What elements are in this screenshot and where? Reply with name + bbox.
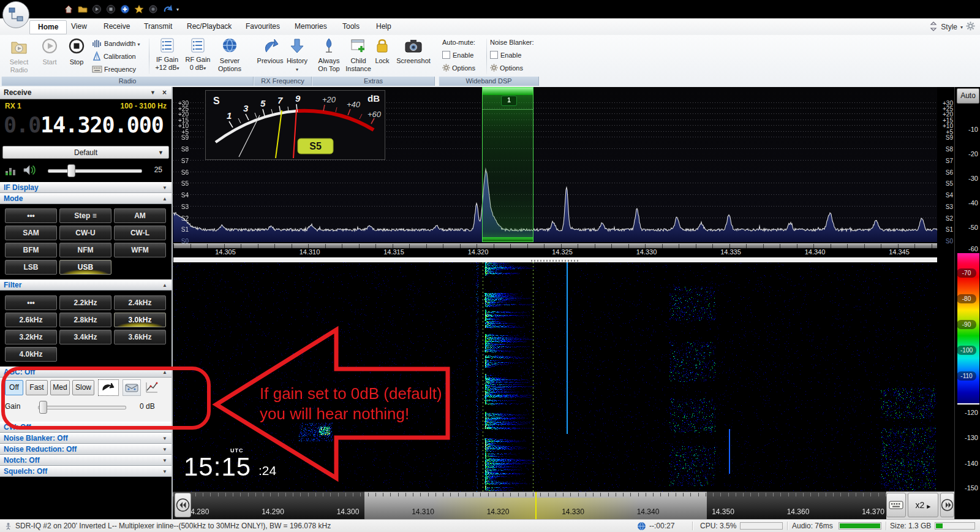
if-gain-dropdown-icon: ▾ (177, 66, 179, 71)
checkbox-icon[interactable] (490, 51, 498, 59)
tab-tools[interactable]: Tools (334, 20, 368, 33)
filter-button-3.4kHz[interactable]: 3.4kHz (59, 330, 111, 344)
nav-zoom-button[interactable]: x2 ▶ (908, 493, 938, 517)
mode-button-Step[interactable]: Step ≡ (59, 208, 111, 223)
server-options-button[interactable]: Server Options (214, 37, 245, 73)
mode-button-[interactable]: ••• (5, 208, 57, 223)
child-instance-button[interactable]: Child Instance (343, 37, 374, 73)
section-if-display[interactable]: IF Display▼ (0, 182, 172, 193)
tab-home[interactable]: Home (29, 20, 67, 34)
always-on-top-button[interactable]: Always On Top (314, 37, 344, 73)
globe-icon (637, 522, 646, 532)
section-squelch[interactable]: Squelch: Off▼ (0, 466, 172, 477)
tab-help[interactable]: Help (368, 20, 399, 33)
filter-button-2.4kHz[interactable]: 2.4kHz (114, 295, 166, 310)
filter-button-2.2kHz[interactable]: 2.2kHz (59, 295, 111, 310)
if-gain-button[interactable]: IF Gain +12 dB▾ (152, 37, 183, 72)
style-dropdown-icon[interactable]: ▾ (960, 25, 963, 30)
filter-button-4.0kHz[interactable]: 4.0kHz (5, 347, 57, 362)
nav-freq-label: 14.320 (477, 507, 519, 516)
section-mode[interactable]: Mode▲ (0, 193, 172, 204)
spectrum-db-label: S3 (173, 203, 189, 210)
app-menu-button[interactable] (2, 1, 29, 28)
favourite-star-icon[interactable] (134, 4, 144, 14)
noise-blanker-label: Noise Blanker: (490, 37, 534, 48)
frequency-readout[interactable]: RX 1 100 - 3100 Hz 0.014.320.000 (0, 99, 172, 143)
screenshot-button[interactable]: Screenshot (394, 37, 432, 65)
checkbox-icon[interactable] (442, 51, 450, 59)
add-icon[interactable] (120, 4, 130, 14)
double-right-arrow-icon (941, 494, 954, 516)
filter-button-[interactable]: ••• (5, 295, 57, 310)
mode-button-SAM[interactable]: SAM (5, 226, 57, 240)
undo-icon[interactable] (162, 4, 172, 14)
tab-transmit[interactable]: Transmit (136, 20, 180, 33)
filter-button-2.6kHz[interactable]: 2.6kHz (5, 313, 57, 327)
style-spinner-icon[interactable] (929, 21, 938, 33)
nav-keyboard-button[interactable] (886, 493, 906, 517)
noise-blanker-options-button[interactable]: Options (490, 63, 523, 74)
channel-marker-badge[interactable]: 1 (501, 96, 517, 106)
mode-button-WFM[interactable]: WFM (114, 243, 166, 257)
history-button[interactable]: History ▾ (282, 37, 312, 72)
tab-favourites[interactable]: Favourites (238, 20, 288, 33)
mode-button-AM[interactable]: AM (114, 208, 166, 223)
status-bar: SDR-IQ #2 on 200' Inverted L-- Multiplex… (0, 519, 980, 532)
stop-icon[interactable] (106, 4, 116, 14)
frequency-button[interactable]: Frequency (92, 64, 136, 75)
spectrum-freq-label: 14.310 (292, 248, 328, 256)
section-filter[interactable]: Filter▲ (0, 279, 172, 291)
filter-button-3.0kHz[interactable]: 3.0kHz (114, 313, 166, 327)
frequency-display[interactable]: 0.014.320.000 (4, 113, 164, 137)
start-button[interactable]: Start (34, 37, 65, 66)
tab-view[interactable]: View (63, 20, 95, 33)
colorbar-db-label: -130 (955, 434, 978, 441)
section-noise-reduction[interactable]: Noise Reduction: Off▼ (0, 444, 172, 455)
tab-memories[interactable]: Memories (287, 20, 335, 33)
rf-gain-button[interactable]: RF Gain 0 dB▾ (183, 37, 213, 72)
bandwidth-button[interactable]: Bandwidth ▾ (92, 38, 140, 49)
preset-dropdown[interactable]: Default ▼ (2, 146, 169, 159)
section-notch[interactable]: Notch: Off▼ (0, 455, 172, 466)
noise-blanker-enable-checkbox[interactable]: Enable (490, 50, 521, 61)
spectrum-db-label: S2 (173, 215, 189, 222)
mode-button-USB[interactable]: USB (59, 260, 111, 275)
stop-button[interactable]: Stop (61, 37, 92, 66)
panel-dropdown-icon[interactable]: ▼ (150, 87, 156, 99)
home-icon[interactable] (64, 4, 74, 14)
previous-frequency-button[interactable]: Previous (255, 37, 285, 65)
mode-button-CWL[interactable]: CW-L (114, 226, 166, 240)
filter-button-2.8kHz[interactable]: 2.8kHz (59, 313, 111, 327)
filter-button-3.2kHz[interactable]: 3.2kHz (5, 330, 57, 344)
filter-button-3.6kHz[interactable]: 3.6kHz (114, 330, 166, 344)
equalizer-icon[interactable] (5, 165, 17, 178)
automute-options-button[interactable]: Options (442, 63, 475, 74)
section-noise-blanker[interactable]: Noise Blanker: Off▼ (0, 433, 172, 444)
record-icon[interactable] (148, 4, 158, 14)
calibration-button[interactable]: Calibration (92, 51, 136, 62)
nav-scroll-right-button[interactable] (940, 493, 954, 517)
tab-receive[interactable]: Receive (96, 20, 138, 33)
automute-enable-checkbox[interactable]: Enable (442, 50, 473, 61)
quickbar-dropdown-icon[interactable]: ▾ (176, 7, 179, 12)
play-icon[interactable] (92, 4, 102, 14)
colorbar-auto-button[interactable]: Auto (957, 88, 979, 104)
style-label[interactable]: Style (941, 23, 957, 31)
volume-slider-track[interactable] (48, 169, 142, 173)
volume-slider-thumb[interactable] (67, 164, 75, 177)
lock-button[interactable]: Lock (371, 37, 393, 65)
settings-gear-icon[interactable] (966, 21, 975, 32)
select-radio-button[interactable]: Select Radio (4, 37, 34, 74)
tab-rec-playback[interactable]: Rec/Playback (179, 20, 239, 33)
speaker-icon[interactable] (23, 164, 37, 178)
mode-button-NFM[interactable]: NFM (59, 243, 111, 257)
spectrum-frequency-ruler[interactable] (173, 243, 937, 248)
mode-button-BFM[interactable]: BFM (5, 243, 57, 257)
folder-icon[interactable] (78, 4, 88, 14)
mode-button-LSB[interactable]: LSB (5, 260, 57, 275)
mode-button-CWU[interactable]: CW-U (59, 226, 111, 240)
nav-scroll-left-button[interactable] (175, 493, 191, 517)
s-meter-value: S5 (309, 141, 322, 151)
panel-close-icon[interactable]: × (162, 87, 167, 99)
band-navigator: 14.28014.29014.30014.31014.32014.33014.3… (173, 492, 954, 519)
